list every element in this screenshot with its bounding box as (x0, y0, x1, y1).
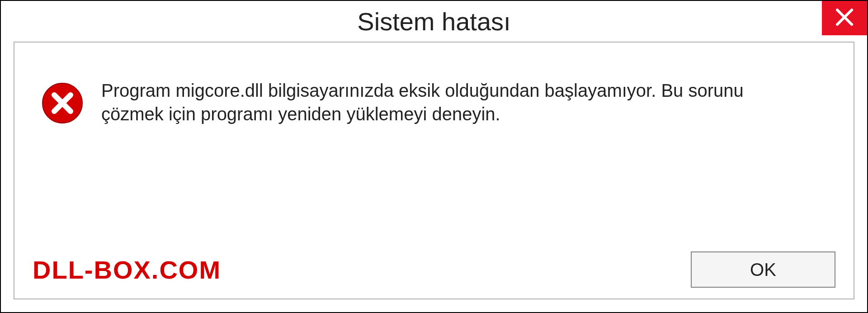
ok-button-label: OK (750, 260, 776, 280)
error-dialog: Sistem hatası Program migcore.dll bilgis… (0, 0, 868, 313)
dialog-footer: DLL-BOX.COM OK (14, 251, 854, 288)
ok-button[interactable]: OK (691, 251, 835, 288)
message-row: Program migcore.dll bilgisayarınızda eks… (14, 43, 854, 126)
title-bar: Sistem hatası (1, 1, 867, 42)
watermark-text: DLL-BOX.COM (33, 255, 221, 285)
error-message: Program migcore.dll bilgisayarınızda eks… (101, 79, 779, 126)
close-button[interactable] (822, 1, 867, 35)
error-icon (42, 82, 83, 124)
close-icon (835, 7, 854, 29)
dialog-title: Sistem hatası (357, 7, 510, 36)
dialog-content: Program migcore.dll bilgisayarınızda eks… (14, 42, 854, 299)
